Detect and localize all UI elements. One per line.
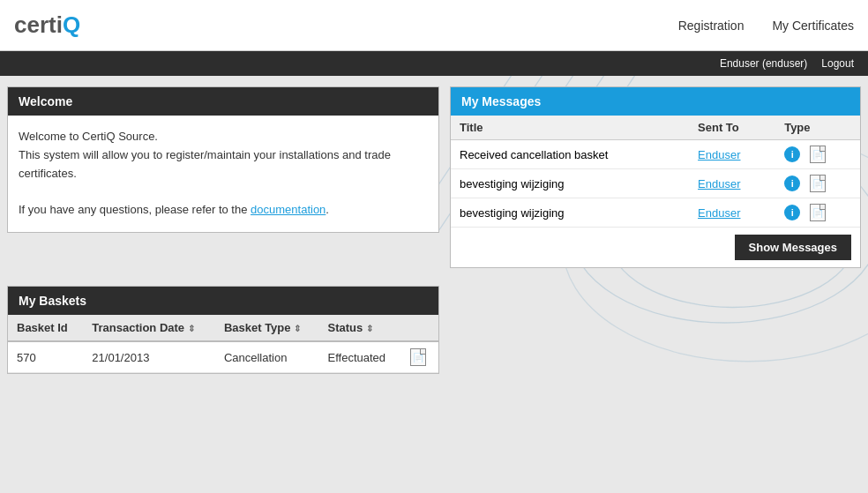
nav-registration[interactable]: Registration: [678, 19, 745, 33]
welcome-line3: If you have any questions, please refer …: [19, 201, 428, 220]
message-title: bevestiging wijziging: [451, 198, 689, 228]
show-messages-button[interactable]: Show Messages: [735, 235, 851, 260]
message-row: Received cancellation basket Enduser i 📄: [451, 140, 860, 169]
type-sort-icon: ⇕: [294, 324, 301, 333]
message-type: i 📄: [775, 198, 860, 228]
bottom-section: My Baskets Basket Id Transaction Date ⇕ …: [0, 279, 868, 385]
basket-date: 21/01/2013: [83, 341, 215, 373]
logo-text-certi: certi: [14, 11, 63, 39]
basket-status: Effectuated: [319, 341, 402, 373]
message-title: bevestiging wijziging: [451, 169, 689, 198]
baskets-title: My Baskets: [8, 287, 438, 315]
basket-type: Cancellation: [215, 341, 319, 373]
show-messages-row: Show Messages: [451, 227, 860, 267]
col-transaction-date[interactable]: Transaction Date ⇕: [83, 315, 215, 341]
date-sort-icon: ⇕: [188, 324, 195, 333]
col-title: Title: [451, 116, 689, 140]
doc-icon[interactable]: 📄: [810, 204, 826, 221]
doc-icon[interactable]: 📄: [810, 146, 826, 163]
doc-icon[interactable]: 📄: [810, 175, 826, 192]
content-wrapper: Welcome Welcome to CertiQ Source. This s…: [0, 76, 868, 385]
messages-header-row: Title Sent To Type: [451, 116, 860, 140]
message-row: bevestiging wijziging Enduser i 📄: [451, 169, 860, 198]
main-content: Welcome Welcome to CertiQ Source. This s…: [0, 76, 868, 279]
user-info: Enduser (enduser): [720, 57, 807, 70]
documentation-link[interactable]: documentation: [251, 203, 326, 216]
info-icon[interactable]: i: [784, 146, 800, 162]
nav-my-certificates[interactable]: My Certificates: [772, 19, 854, 33]
message-sent-to[interactable]: Enduser: [689, 140, 775, 169]
message-sent-to[interactable]: Enduser: [689, 198, 775, 228]
welcome-line2: This system will allow you to register/m…: [19, 146, 428, 183]
messages-box: My Messages Title Sent To Type Received …: [450, 86, 861, 268]
messages-title: My Messages: [451, 87, 860, 116]
col-type: Type: [775, 116, 860, 140]
top-bar: Enduser (enduser) Logout: [0, 51, 868, 76]
message-type: i 📄: [775, 169, 860, 198]
logo-text-q: Q: [63, 11, 80, 39]
header: certiQ Registration My Certificates: [0, 0, 868, 51]
welcome-body: Welcome to CertiQ Source. This system wi…: [8, 116, 438, 232]
baskets-table: Basket Id Transaction Date ⇕ Basket Type…: [8, 315, 438, 373]
baskets-header-row: Basket Id Transaction Date ⇕ Basket Type…: [8, 315, 438, 341]
welcome-line1: Welcome to CertiQ Source.: [19, 128, 428, 146]
col-actions: [401, 315, 438, 341]
message-row: bevestiging wijziging Enduser i 📄: [451, 198, 860, 228]
basket-id: 570: [8, 341, 83, 373]
basket-doc-icon[interactable]: 📄: [401, 341, 438, 373]
right-panel: My Messages Title Sent To Type Received …: [450, 86, 861, 268]
messages-table: Title Sent To Type Received cancellation…: [451, 116, 860, 227]
left-panel: Welcome Welcome to CertiQ Source. This s…: [7, 86, 439, 268]
col-basket-type[interactable]: Basket Type ⇕: [215, 315, 319, 341]
welcome-box: Welcome Welcome to CertiQ Source. This s…: [7, 86, 439, 233]
col-status[interactable]: Status ⇕: [319, 315, 402, 341]
baskets-box: My Baskets Basket Id Transaction Date ⇕ …: [7, 286, 439, 374]
logout-link[interactable]: Logout: [821, 57, 854, 70]
logo: certiQ: [14, 11, 80, 39]
col-basket-id: Basket Id: [8, 315, 83, 341]
col-sent-to: Sent To: [689, 116, 775, 140]
message-title: Received cancellation basket: [451, 140, 689, 169]
message-sent-to[interactable]: Enduser: [689, 169, 775, 198]
main-nav: Registration My Certificates: [678, 19, 854, 33]
welcome-title: Welcome: [8, 87, 438, 116]
info-icon[interactable]: i: [784, 205, 800, 220]
status-sort-icon: ⇕: [366, 324, 373, 333]
basket-row: 570 21/01/2013 Cancellation Effectuated …: [8, 341, 438, 373]
message-type: i 📄: [775, 140, 860, 169]
info-icon[interactable]: i: [784, 176, 800, 191]
